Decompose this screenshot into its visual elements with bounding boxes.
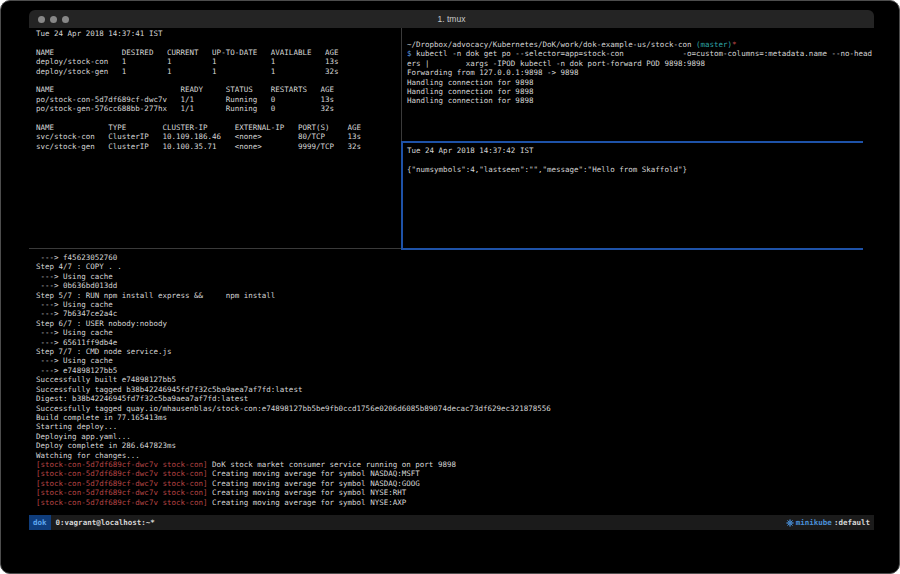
close-button-icon[interactable] (38, 16, 45, 23)
zoom-button-icon[interactable] (62, 16, 69, 23)
pane-kubectl-watch[interactable]: Tue 24 Apr 2018 14:37:41 IST NAME DESIRE… (36, 29, 361, 151)
traffic-lights (29, 16, 69, 23)
port-forward-output: ~/Dropbox/advocacy/Kubernetes/DoK/work/d… (407, 40, 872, 106)
active-pane-border-bottom[interactable] (403, 248, 863, 250)
window-titlebar: 1. tmux (29, 10, 874, 28)
screenshot-frame: 1. tmux Tue 24 Apr 2018 14:37:41 IST NAM… (0, 0, 900, 574)
kube-namespace: :default (834, 518, 870, 527)
pane-port-forward[interactable]: ~/Dropbox/advocacy/Kubernetes/DoK/work/d… (407, 40, 872, 106)
window-label[interactable]: 0:vagrant@localhost:~* (56, 518, 155, 527)
skaffold-build-output: ---> f45623052760 Step 4/7 : COPY . . --… (36, 253, 551, 507)
active-pane-border-top[interactable] (403, 141, 863, 143)
service-response-output: Tue 24 Apr 2018 14:37:42 IST {"numsymbol… (407, 146, 687, 174)
status-right-group: minikube:default (786, 518, 874, 527)
tmux-status-bar: dok 0:vagrant@localhost:~* minikube:defa… (29, 515, 874, 530)
kube-context: minikube (796, 518, 832, 527)
kubectl-watch-output: Tue 24 Apr 2018 14:37:41 IST NAME DESIRE… (36, 29, 361, 151)
pane-skaffold-build[interactable]: ---> f45623052760 Step 4/7 : COPY . . --… (36, 253, 551, 507)
active-pane-border-left[interactable] (401, 141, 403, 250)
pane-divider-horizontal-left[interactable] (29, 248, 402, 249)
kubernetes-icon (786, 519, 794, 527)
minimize-button-icon[interactable] (50, 16, 57, 23)
pane-service-response[interactable]: Tue 24 Apr 2018 14:37:42 IST {"numsymbol… (407, 146, 687, 174)
window-title: 1. tmux (29, 14, 874, 24)
session-name-badge[interactable]: dok (29, 515, 51, 530)
